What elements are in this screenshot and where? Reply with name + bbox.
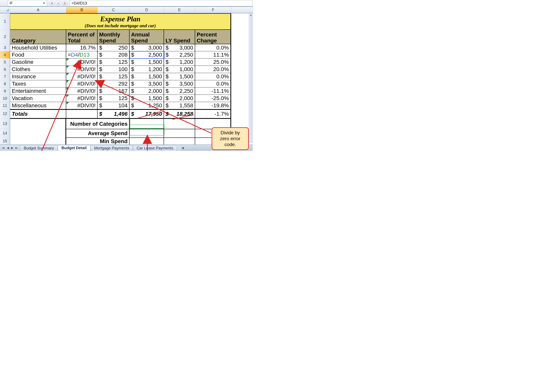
cell-monthly[interactable]: $125 xyxy=(98,58,130,66)
cell-change[interactable]: 0.0% xyxy=(195,80,231,87)
row-header-11[interactable]: 11 xyxy=(0,102,10,109)
cell-pct[interactable]: #DIV/0! xyxy=(66,80,98,87)
cell-pct[interactable]: #DIV/0! xyxy=(66,87,98,94)
cell-ly[interactable]: $1,000 xyxy=(164,66,195,73)
tab-prev-icon[interactable]: ◀ xyxy=(6,146,10,149)
cell-ly[interactable]: $2,000 xyxy=(164,94,195,102)
row-header-3[interactable]: 3 xyxy=(0,44,10,51)
col-header-a[interactable]: A xyxy=(10,7,66,13)
cell-category[interactable]: Food xyxy=(10,51,66,58)
row-header-5[interactable]: 5 xyxy=(0,58,10,66)
hdr-pct-total[interactable]: Percent of Total xyxy=(66,29,98,44)
cell-a14[interactable] xyxy=(10,129,66,137)
totals-monthly[interactable]: $1,496 xyxy=(98,109,130,118)
select-all-corner[interactable] xyxy=(0,7,10,13)
cell-category[interactable]: Taxes xyxy=(10,80,66,87)
sheet-tab[interactable]: Car Lease Payments xyxy=(133,145,177,151)
cell-change[interactable]: -19.8% xyxy=(195,102,231,109)
cell-a13[interactable] xyxy=(10,118,66,129)
cell-category[interactable]: Gasoline xyxy=(10,58,66,66)
row-header-7[interactable]: 7 xyxy=(0,73,10,80)
cell-change[interactable]: 11.1% xyxy=(195,51,231,58)
enter-formula-button[interactable]: ✓ xyxy=(56,0,61,6)
hdr-ly[interactable]: LY Spend xyxy=(164,29,195,44)
row-header-8[interactable]: 8 xyxy=(0,80,10,87)
cell-pct[interactable]: 16.7% xyxy=(66,44,98,51)
cell-e14[interactable] xyxy=(164,129,195,137)
row-header-2[interactable]: 2 xyxy=(0,29,10,44)
fx-button[interactable]: fx xyxy=(62,0,68,6)
row-header-14[interactable]: 14 xyxy=(0,129,10,137)
cell-change[interactable]: 0.0% xyxy=(195,44,231,51)
name-box[interactable]: IF ▼ xyxy=(8,0,47,6)
cell-ly[interactable]: $3,000 xyxy=(164,44,195,51)
cell-monthly[interactable]: $100 xyxy=(98,66,130,73)
cell-e15[interactable] xyxy=(164,137,195,145)
label-avg-spend[interactable]: Average Spend xyxy=(66,129,130,137)
cell-monthly[interactable]: $292 xyxy=(98,80,130,87)
cell-d13[interactable] xyxy=(130,118,164,129)
cell-change[interactable]: -11.1% xyxy=(195,87,231,94)
scroll-up-icon[interactable]: ▲ xyxy=(249,13,253,17)
cell-ly[interactable]: $2,250 xyxy=(164,87,195,94)
cell-ly[interactable]: $3,500 xyxy=(164,80,195,87)
cell-pct[interactable]: #DIV/0! xyxy=(66,73,98,80)
cell-ly[interactable]: $2,250 xyxy=(164,51,195,58)
totals-change[interactable]: -1.7% xyxy=(195,109,231,118)
cell-annual[interactable]: $1,500 xyxy=(130,73,164,80)
cell-a15[interactable] xyxy=(10,137,66,145)
cell-ly[interactable]: $1,558 xyxy=(164,102,195,109)
row-header-9[interactable]: 9 xyxy=(0,87,10,94)
sheet-tab[interactable]: Budget Detail xyxy=(58,145,91,151)
cell-category[interactable]: Insurance xyxy=(10,73,66,80)
cell-category[interactable]: Vacation xyxy=(10,94,66,102)
sheet-tab[interactable]: Budget Summary xyxy=(20,145,58,151)
cell-d14[interactable] xyxy=(130,129,164,137)
col-header-c[interactable]: C xyxy=(98,7,130,13)
row-header-6[interactable]: 6 xyxy=(0,66,10,73)
scroll-left-icon[interactable]: ◀ xyxy=(182,146,184,149)
cell-category[interactable]: Entertainment xyxy=(10,87,66,94)
formula-input[interactable]: =D4/D13 xyxy=(70,0,253,6)
cell-monthly[interactable]: $250 xyxy=(98,44,130,51)
col-header-f[interactable]: F xyxy=(195,7,231,13)
cell-ly[interactable]: $1,200 xyxy=(164,58,195,66)
cell-e13[interactable] xyxy=(164,118,195,129)
cell-annual[interactable]: $2,500 xyxy=(130,51,164,58)
cell-annual[interactable]: $3,000 xyxy=(130,44,164,51)
row-header-15[interactable]: 15 xyxy=(0,137,10,145)
col-header-d[interactable]: D xyxy=(130,7,164,13)
totals-label[interactable]: Totals xyxy=(10,109,66,118)
cell-category[interactable]: Household Utilities xyxy=(10,44,66,51)
cell-monthly[interactable]: $167 xyxy=(98,87,130,94)
title-cell[interactable]: Expense Plan (Does not include mortgage … xyxy=(10,13,231,29)
cell-d15[interactable] xyxy=(130,137,164,145)
hdr-monthly[interactable]: Monthly Spend xyxy=(98,29,130,44)
cell-category[interactable]: Miscellaneous xyxy=(10,102,66,109)
col-header-e[interactable]: E xyxy=(164,7,195,13)
row-header-1[interactable]: 1 xyxy=(0,13,10,29)
hdr-pct-change[interactable]: Percent Change xyxy=(195,29,231,44)
cell-annual[interactable]: $2,000 xyxy=(130,87,164,94)
tab-first-icon[interactable]: ⏮ xyxy=(2,146,5,149)
cell-change[interactable]: 20.0% xyxy=(195,66,231,73)
row-header-4[interactable]: 4 xyxy=(0,51,10,58)
hdr-annual[interactable]: Annual Spend xyxy=(130,29,164,44)
cell-monthly[interactable]: $104 xyxy=(98,102,130,109)
chevron-down-icon[interactable]: ▼ xyxy=(43,2,45,5)
cell-pct[interactable]: #DIV/0! xyxy=(66,94,98,102)
sheet-tab[interactable]: Mortgage Payments xyxy=(90,145,133,151)
hdr-category[interactable]: Category xyxy=(10,29,66,44)
cell-annual[interactable]: $1,500 xyxy=(130,58,164,66)
cell-pct[interactable]: #DIV/0! xyxy=(66,102,98,109)
totals-ly[interactable]: $18,258 xyxy=(164,109,195,118)
cell-category[interactable]: Clothes xyxy=(10,66,66,73)
cell-annual[interactable]: $3,500 xyxy=(130,80,164,87)
cell-change[interactable]: 25.0% xyxy=(195,58,231,66)
totals-b[interactable] xyxy=(66,109,98,118)
cell-annual[interactable]: $1,500 xyxy=(130,94,164,102)
col-header-b[interactable]: B xyxy=(66,7,98,13)
row-header-12[interactable]: 12 xyxy=(0,109,10,118)
cell-change[interactable]: -25.0% xyxy=(195,94,231,102)
cell-annual[interactable]: $1,250 xyxy=(130,102,164,109)
